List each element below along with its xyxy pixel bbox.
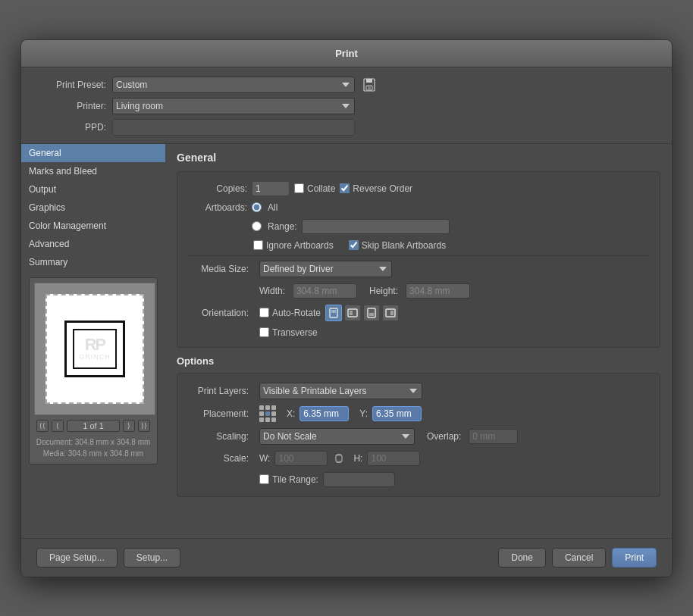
- range-label: Range:: [268, 221, 297, 232]
- page-nav-input[interactable]: [67, 420, 120, 432]
- preview-box: RP GRINCH ⟨⟨ ⟨ ⟩ ⟩⟩ Document: 304.8 mm x…: [29, 277, 158, 464]
- print-layers-label: Print Layers:: [187, 386, 255, 396]
- landscape-button[interactable]: [344, 305, 361, 321]
- ignore-artboards-label: Ignore Artboards: [266, 240, 334, 251]
- h-input[interactable]: [367, 451, 420, 466]
- print-button[interactable]: Print: [612, 548, 657, 568]
- tile-range-label: Tile Range:: [272, 474, 318, 485]
- media-size-select[interactable]: Defined by Driver Letter A4: [259, 261, 392, 277]
- ignore-artboards-checkbox[interactable]: [253, 240, 263, 250]
- collate-checkbox[interactable]: [294, 183, 304, 193]
- link-wh-icon[interactable]: [332, 452, 346, 465]
- auto-rotate-label: Auto-Rotate: [272, 308, 321, 318]
- general-section-title: General: [177, 152, 660, 164]
- sidebar-item-summary[interactable]: Summary: [21, 253, 165, 271]
- width-input[interactable]: [293, 283, 357, 299]
- all-artboards-label: All: [268, 202, 278, 213]
- general-panel: Copies: Collate Reverse Order Artboards:: [177, 171, 660, 348]
- skip-blank-label: Skip Blank Artboards: [362, 240, 446, 251]
- doc-info: Document: 304.8 mm x 304.8 mm Media: 304…: [34, 436, 152, 459]
- scaling-row: Scaling: Do Not Scale Fit to Page Custom…: [187, 428, 651, 445]
- svg-rect-8: [348, 309, 357, 317]
- done-button[interactable]: Done: [498, 548, 546, 568]
- artboards-label: Artboards:: [187, 202, 247, 213]
- scale-row: Scale: W: H:: [187, 451, 651, 466]
- ppd-label: PPD:: [36, 122, 112, 133]
- overlap-input[interactable]: [469, 429, 518, 444]
- setup-button[interactable]: Setup...: [124, 548, 180, 568]
- page-setup-button[interactable]: Page Setup...: [36, 548, 118, 568]
- sidebar-item-marks-and-bleed[interactable]: Marks and Bleed: [21, 162, 165, 180]
- sidebar-item-advanced[interactable]: Advanced: [21, 235, 165, 253]
- scale-label: Scale:: [187, 453, 255, 464]
- copies-input[interactable]: [252, 181, 290, 196]
- placement-grid-icon[interactable]: [259, 405, 276, 422]
- reverse-order-checkbox-row: Reverse Order: [340, 183, 412, 194]
- nav-next-button[interactable]: ⟩: [123, 420, 135, 432]
- save-preset-icon[interactable]: [361, 77, 378, 93]
- print-preset-select[interactable]: Custom Default: [112, 77, 355, 93]
- ignore-skip-row: Ignore Artboards Skip Blank Artboards: [187, 240, 651, 251]
- sidebar-item-output[interactable]: Output: [21, 180, 165, 199]
- portrait-button[interactable]: [325, 305, 342, 321]
- range-radio-group: Range:: [252, 221, 297, 232]
- svg-rect-17: [336, 455, 342, 461]
- height-input[interactable]: [406, 283, 470, 299]
- ignore-artboards-checkbox-row: Ignore Artboards: [253, 240, 334, 251]
- overlap-label: Overlap:: [427, 431, 461, 442]
- printer-select[interactable]: Living room: [112, 98, 355, 114]
- footer-right-buttons: Done Cancel Print: [498, 548, 657, 568]
- nav-prev-button[interactable]: ⟨: [52, 420, 64, 432]
- dialog-title: Print: [335, 48, 358, 59]
- orientation-label: Orientation:: [187, 308, 255, 318]
- sidebar-item-graphics[interactable]: Graphics: [21, 199, 165, 217]
- scaling-select[interactable]: Do Not Scale Fit to Page Custom: [259, 428, 415, 445]
- title-bar: Print: [21, 40, 672, 67]
- sidebar: General Marks and Bleed Output Graphics …: [21, 144, 165, 538]
- tile-range-checkbox[interactable]: [259, 474, 269, 484]
- sidebar-item-general[interactable]: General: [21, 144, 165, 162]
- y-input[interactable]: [372, 406, 422, 421]
- preset-row: Print Preset: Custom Default: [36, 77, 657, 93]
- ppd-select[interactable]: [112, 119, 355, 136]
- collate-checkbox-row: Collate: [294, 183, 335, 194]
- x-label: X:: [287, 408, 295, 419]
- nav-last-button[interactable]: ⟩⟩: [138, 420, 150, 432]
- tile-range-checkbox-row: Tile Range:: [259, 474, 318, 485]
- ppd-row: PPD:: [36, 119, 657, 136]
- media-size-row: Media Size: Defined by Driver Letter A4: [187, 261, 651, 277]
- tile-range-row: Tile Range:: [187, 472, 651, 487]
- preview-inner: RP GRINCH: [34, 283, 155, 415]
- cancel-button[interactable]: Cancel: [552, 548, 606, 568]
- separator1: [187, 255, 651, 256]
- sidebar-item-color-management[interactable]: Color Management: [21, 217, 165, 235]
- w-input[interactable]: [274, 451, 328, 466]
- skip-blank-checkbox[interactable]: [349, 240, 359, 250]
- transverse-checkbox[interactable]: [259, 327, 269, 337]
- logo-preview: RP GRINCH: [64, 321, 125, 377]
- preview-page: RP GRINCH: [45, 294, 144, 404]
- main-content: General Marks and Bleed Output Graphics …: [21, 144, 672, 538]
- document-size-text: Document: 304.8 mm x 304.8 mm: [34, 436, 152, 448]
- auto-rotate-checkbox[interactable]: [259, 308, 269, 317]
- portrait-flip-button[interactable]: [363, 305, 380, 321]
- all-artboards-radio[interactable]: [252, 202, 262, 212]
- print-dialog: Print Print Preset: Custom Default Print…: [20, 39, 673, 577]
- x-input[interactable]: [299, 406, 349, 421]
- placement-label: Placement:: [187, 408, 255, 419]
- orientation-row: Orientation: Auto-Rotate: [187, 305, 651, 321]
- media-size-text: Media: 304.8 mm x 304.8 mm: [34, 448, 152, 459]
- width-label: Width:: [259, 286, 285, 296]
- copies-label: Copies:: [187, 183, 247, 194]
- tile-range-input[interactable]: [323, 472, 395, 487]
- landscape-flip-button[interactable]: [382, 305, 399, 321]
- print-layers-select[interactable]: Visible & Printable Layers All Layers Vi…: [259, 383, 422, 399]
- nav-first-button[interactable]: ⟨⟨: [36, 420, 49, 432]
- right-panel: General Copies: Collate Reverse Order: [165, 144, 672, 538]
- transverse-label: Transverse: [272, 327, 318, 338]
- options-section: Options Print Layers: Visible & Printabl…: [177, 355, 660, 497]
- range-radio[interactable]: [252, 221, 262, 231]
- reverse-order-checkbox[interactable]: [340, 183, 350, 193]
- collate-label: Collate: [307, 183, 335, 194]
- range-input[interactable]: [302, 219, 450, 234]
